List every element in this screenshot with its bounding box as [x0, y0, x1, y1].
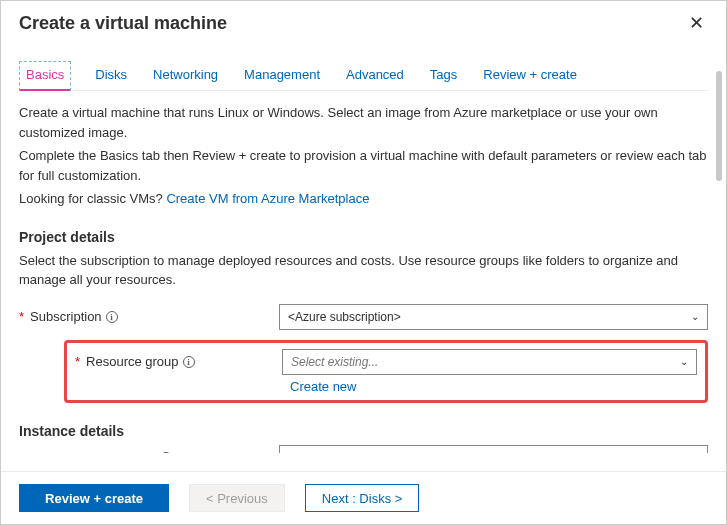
intro-line-1: Create a virtual machine that runs Linux… — [19, 103, 708, 142]
subscription-value: <Azure subscription> — [288, 310, 401, 324]
footer-bar: Review + create < Previous Next : Disks … — [1, 471, 726, 524]
page-title: Create a virtual machine — [19, 13, 227, 34]
chevron-down-icon: ⌄ — [691, 311, 699, 322]
resource-group-row: * Resource group i Select existing... ⌄ — [75, 349, 697, 375]
resource-group-control: Select existing... ⌄ — [282, 349, 697, 375]
next-button[interactable]: Next : Disks > — [305, 484, 420, 512]
project-details-desc: Select the subscription to manage deploy… — [19, 251, 708, 290]
blade-header: Create a virtual machine ✕ — [1, 1, 726, 43]
project-details-heading: Project details — [19, 229, 708, 245]
resource-group-select[interactable]: Select existing... ⌄ — [282, 349, 697, 375]
close-button[interactable]: ✕ — [684, 11, 708, 35]
scrollbar[interactable] — [716, 71, 722, 181]
resource-group-placeholder: Select existing... — [291, 355, 378, 369]
subscription-select[interactable]: <Azure subscription> ⌄ — [279, 304, 708, 330]
vm-name-label-text: Virtual machine name — [30, 450, 156, 453]
previous-button: < Previous — [189, 484, 285, 512]
subscription-label: * Subscription i — [19, 309, 279, 324]
tab-tags[interactable]: Tags — [428, 61, 459, 90]
tab-review-create[interactable]: Review + create — [481, 61, 579, 90]
vm-name-control — [279, 445, 708, 454]
subscription-row: * Subscription i <Azure subscription> ⌄ — [19, 304, 708, 330]
required-indicator: * — [19, 309, 24, 324]
tab-management[interactable]: Management — [242, 61, 322, 90]
review-create-button[interactable]: Review + create — [19, 484, 169, 512]
chevron-down-icon: ⌄ — [680, 356, 688, 367]
tab-basics[interactable]: Basics — [19, 61, 71, 91]
required-indicator: * — [19, 450, 24, 453]
subscription-control: <Azure subscription> ⌄ — [279, 304, 708, 330]
vm-name-input[interactable] — [279, 445, 708, 454]
tab-disks[interactable]: Disks — [93, 61, 129, 90]
vm-name-row: * Virtual machine name i — [19, 445, 708, 454]
tab-bar: Basics Disks Networking Management Advan… — [19, 61, 708, 91]
resource-group-label-text: Resource group — [86, 354, 179, 369]
marketplace-link[interactable]: Create VM from Azure Marketplace — [166, 191, 369, 206]
intro-line-2: Complete the Basics tab then Review + cr… — [19, 146, 708, 185]
tab-networking[interactable]: Networking — [151, 61, 220, 90]
info-icon[interactable]: i — [183, 356, 195, 368]
intro-line-3: Looking for classic VMs? Create VM from … — [19, 189, 708, 209]
subscription-label-text: Subscription — [30, 309, 102, 324]
content-area: Basics Disks Networking Management Advan… — [1, 43, 726, 453]
intro-classic-text: Looking for classic VMs? — [19, 191, 166, 206]
required-indicator: * — [75, 354, 80, 369]
vm-name-label: * Virtual machine name i — [19, 450, 279, 453]
resource-group-label: * Resource group i — [75, 354, 282, 369]
close-icon: ✕ — [689, 13, 704, 33]
tab-advanced[interactable]: Advanced — [344, 61, 406, 90]
resource-group-highlight: * Resource group i Select existing... ⌄ … — [64, 340, 708, 403]
instance-details-heading: Instance details — [19, 423, 708, 439]
info-icon[interactable]: i — [160, 452, 172, 454]
info-icon[interactable]: i — [106, 311, 118, 323]
create-new-link[interactable]: Create new — [290, 379, 356, 394]
